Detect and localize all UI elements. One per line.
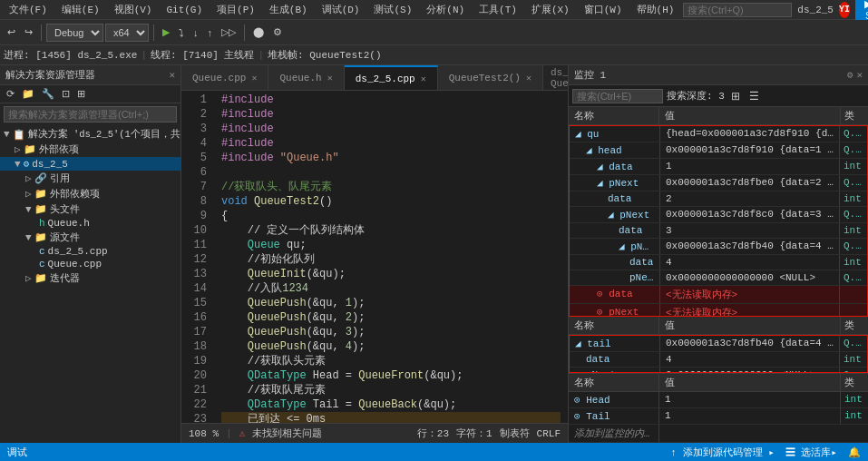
redo-button[interactable]: ↪ (21, 25, 36, 40)
watch-close-icon[interactable]: ✕ (856, 69, 863, 81)
menu-debug[interactable]: 调试(D) (317, 1, 366, 18)
tree-item-iterators[interactable]: ▷ 📁 迭代器 (0, 270, 180, 286)
menu-window[interactable]: 窗口(W) (579, 1, 628, 18)
line-number-6: 6 (189, 165, 207, 180)
tab-ds25cpp-close[interactable]: ✕ (421, 74, 426, 84)
watch-row[interactable]: ◢ pNext0x000001a3c7d8fb40 {data=4 pNext=… (570, 239, 867, 255)
watch-row[interactable]: ◢ qu{head=0x000001a3c7d8f910 {data=1 pNe… (570, 126, 867, 142)
menu-build[interactable]: 生成(B) (264, 1, 313, 18)
panel-close-icon[interactable]: ✕ (169, 69, 175, 81)
step-over-button[interactable]: ⤵ (175, 25, 188, 40)
watch-row[interactable]: ⊙ data<无法读取内存> (570, 286, 867, 304)
tab-queuetest[interactable]: QueueTest2() ✕ (438, 65, 543, 91)
tab-ds25cpp[interactable]: ds_2_5.cpp ✕ (345, 65, 438, 91)
local-var-row[interactable]: ⊙ Head1int (569, 392, 868, 408)
code-text-2: #include (221, 107, 280, 122)
tree-item-queuecpp[interactable]: c Queue.cpp (0, 258, 180, 270)
debug-mode-dropdown[interactable]: Debug (46, 24, 103, 42)
code-line-5: #include "Queue.h" (221, 151, 561, 165)
watch-row-value: 2 (660, 191, 840, 206)
watch-row[interactable]: ⊙ pNext<无法读取内存> (570, 304, 867, 317)
tree-item-sources[interactable]: ▼ 📁 源文件 (0, 230, 180, 245)
settings-button[interactable]: ⚙ (269, 25, 286, 40)
watch-row[interactable]: pNext0x0000000000000000 <NULL>Q... (570, 270, 867, 286)
tree-item-references[interactable]: ▷ 🔗 引用 (0, 171, 180, 186)
watch-search-input[interactable] (572, 89, 663, 103)
watch-row-type: Q... (840, 207, 867, 222)
watch-row[interactable]: data2int (570, 191, 867, 207)
select-library[interactable]: ☰ 选活库▸ (785, 446, 837, 459)
continue-button[interactable]: ▷▷ (218, 25, 239, 40)
tree-item-external1[interactable]: ▷ 📁 外部依项 (0, 142, 180, 157)
code-text-22: QDataType Tail = QueueBack(&qu); (221, 397, 456, 412)
menu-project[interactable]: 项目(P) (211, 1, 260, 18)
global-search-input[interactable] (683, 3, 792, 17)
local-var-type: int (841, 392, 868, 407)
watch-list-btn[interactable]: ☰ (746, 89, 762, 103)
tab-queuetest-close[interactable]: ✕ (526, 73, 532, 83)
tab-queuecpp-close[interactable]: ✕ (251, 73, 257, 83)
watch-row[interactable]: ◢ tail0x000001a3c7d8fb40 {data=4 pNext=0… (570, 336, 867, 352)
menu-extensions[interactable]: 扩展(X) (526, 1, 575, 18)
tab-queueh-close[interactable]: ✕ (327, 73, 333, 83)
menu-test[interactable]: 测试(S) (368, 1, 417, 18)
code-area[interactable]: 1234567891011121314151617181920212223242… (181, 91, 568, 423)
sync-button[interactable]: ⟳ (4, 87, 17, 101)
tab-queueh[interactable]: Queue.h ✕ (268, 65, 344, 91)
menu-file[interactable]: 文件(F) (4, 1, 53, 18)
tree-item-queueh[interactable]: h Queue.h (0, 217, 180, 230)
ds25cpp-label: ds_2_5.cpp (48, 246, 108, 257)
tree-item-project[interactable]: ▼ ⚙ ds_2_5 (0, 157, 180, 171)
menu-help[interactable]: 帮助(H) (631, 1, 680, 18)
local-var-row[interactable]: ⊙ Tail1int (569, 408, 868, 425)
show-all-files-button[interactable]: 📁 (19, 87, 37, 101)
menu-edit[interactable]: 编辑(E) (56, 1, 105, 18)
menu-git[interactable]: Git(G) (161, 3, 208, 17)
watch-row[interactable]: ◢ data1int (570, 159, 867, 175)
tab-queuecpp[interactable]: Queue.cpp ✕ (181, 65, 268, 91)
properties-button[interactable]: 🔧 (39, 87, 57, 101)
step-in-button[interactable]: ↓ (190, 25, 202, 40)
code-content[interactable]: #include #include #include #include #inc… (214, 91, 568, 423)
code-text-9: { (221, 209, 228, 223)
tree-item-external2[interactable]: ▷ 📁 外部依赖项 (0, 186, 180, 201)
code-text-3: #include (221, 122, 280, 136)
code-line-9: { (221, 209, 561, 223)
menu-view[interactable]: 视图(V) (109, 1, 158, 18)
watch-row[interactable]: ◢ head0x000001a3c7d8f910 {data=1 pNext=0… (570, 142, 867, 159)
solution-search-input[interactable] (5, 107, 176, 122)
add-to-source-control[interactable]: ↑ 添加到源代码管理 ▸ (670, 446, 774, 459)
tree-item-ds25cpp[interactable]: c ds_2_5.cpp (0, 245, 180, 258)
watch-row[interactable]: data3int (570, 223, 867, 239)
watch-row-value: 0x000001a3c7d8fb40 {data=4 pNext=0x00000… (660, 336, 840, 351)
line-number-12: 12 (189, 252, 207, 267)
watch-row[interactable]: ◢ pNext0x000001a3c7d8f8c0 {data=3 pNext=… (570, 207, 867, 223)
watch-row[interactable]: data4int (570, 255, 867, 270)
add-watch-label[interactable]: 添加到监控的内容 (569, 425, 659, 442)
watch-settings-icon[interactable]: ⚙ (847, 69, 853, 81)
menu-analyze[interactable]: 分析(N) (421, 1, 470, 18)
add-watch-row[interactable]: 添加到监控的内容 (569, 425, 868, 443)
menu-tools[interactable]: 工具(T) (473, 1, 522, 18)
expand-all-button[interactable]: ⊞ (74, 87, 88, 101)
watch-row[interactable]: ◢ pNext0x000001a3c7d8fbe0 {data=2 pNext=… (570, 175, 867, 191)
watch-expand-btn[interactable]: ⊞ (728, 89, 743, 103)
watch-title: 监控 1 (574, 68, 606, 82)
start-debug-button[interactable]: ▶ (159, 25, 173, 40)
platform-dropdown[interactable]: x64 (105, 24, 149, 42)
watch-row[interactable]: data4int (570, 352, 867, 368)
code-text-14: //入队1234 (221, 281, 308, 296)
filter-button[interactable]: ⊡ (59, 87, 73, 101)
notification-bell[interactable]: 🔔 (848, 446, 861, 458)
external2-label: 外部依赖项 (50, 187, 100, 201)
tree-item-solution[interactable]: ▼ 📋 解决方案 'ds_2_5'(1个项目，共 1个) (0, 127, 180, 142)
tree-item-headers[interactable]: ▼ 📁 头文件 (0, 201, 180, 217)
step-out-button[interactable]: ↑ (204, 25, 217, 40)
watch-panel-header: 监控 1 ⚙ ✕ (569, 65, 868, 85)
iterators-expand-icon: ▷ (25, 272, 32, 284)
local-var-name: ⊙ Tail (569, 408, 659, 424)
line-numbers: 1234567891011121314151617181920212223242… (181, 91, 214, 423)
breakpoints-button[interactable]: ⬤ (249, 25, 268, 40)
watch-row-name: data (570, 191, 660, 206)
undo-button[interactable]: ↩ (4, 25, 19, 40)
